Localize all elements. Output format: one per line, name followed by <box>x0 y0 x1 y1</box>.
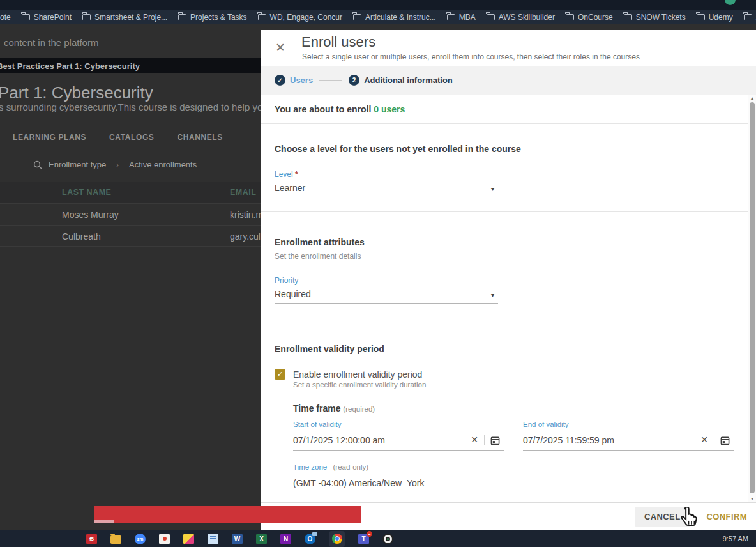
cancel-button[interactable]: CANCEL <box>635 507 690 527</box>
chrome-icon[interactable] <box>329 531 345 547</box>
calendar-icon[interactable] <box>490 436 500 445</box>
field-separator <box>714 435 714 445</box>
bookmark-item[interactable]: Projects & Tasks <box>178 13 246 22</box>
chevron-right-icon: › <box>112 161 123 169</box>
table-row[interactable]: Moses Murray kristin.m <box>0 203 261 225</box>
bookmark-item[interactable]: Smartsheet & Proje... <box>82 13 167 22</box>
folder-icon <box>353 14 361 20</box>
chevron-down-icon[interactable]: ▾ <box>491 291 494 298</box>
course-description: s surrounding cybersecurity.This course … <box>0 102 261 112</box>
level-section-heading: Choose a level for the users not yet enr… <box>275 144 521 154</box>
bookmark-item[interactable]: Zoom <box>744 13 756 22</box>
divider <box>261 325 748 325</box>
scrollbar[interactable]: ▲ ▼ <box>748 95 756 502</box>
modal-subtitle: Select a single user or multiple users, … <box>302 52 640 61</box>
cell-last-name: Culbreath <box>62 226 101 247</box>
file-explorer-icon[interactable] <box>110 535 121 544</box>
excel-icon[interactable]: X <box>256 534 267 544</box>
start-menu-icon[interactable] <box>62 534 73 544</box>
folder-icon <box>487 14 495 20</box>
level-select[interactable]: Level * Learner ▾ <box>275 170 498 197</box>
camtasia-icon[interactable] <box>382 534 393 544</box>
enroll-summary: You are about to enroll 0 users <box>275 104 405 114</box>
level-label: Level <box>275 170 293 179</box>
priority-select[interactable]: Priority Required ▾ <box>275 276 498 304</box>
folder-icon <box>566 14 574 20</box>
cell-email: kristin.m <box>230 204 261 226</box>
folder-icon <box>447 14 455 20</box>
step-1-label[interactable]: Users <box>290 75 313 85</box>
table-row[interactable]: Culbreath gary.culb <box>0 225 261 247</box>
enrollment-filter[interactable]: Enrollment type › Active enrollments <box>33 160 197 169</box>
filter-label: Enrollment type <box>49 160 106 169</box>
attributes-subheading: Set the enrollment details <box>275 252 361 261</box>
bookmark-item[interactable]: SNOW Tickets <box>624 13 686 22</box>
teams-icon[interactable]: T– <box>358 534 369 544</box>
snagit-icon[interactable] <box>183 534 194 544</box>
f5-app-icon[interactable]: f5 <box>86 534 97 544</box>
checkbox-label[interactable]: Enable enrollment validity period <box>293 369 422 380</box>
scrollbar-thumb[interactable] <box>750 102 755 493</box>
scroll-down-icon[interactable]: ▼ <box>748 497 756 501</box>
bookmark-item[interactable]: Articulate & Instruc... <box>353 13 436 22</box>
divider <box>261 123 748 124</box>
time-frame-label: Time frame (required) <box>293 403 375 413</box>
profile-avatar[interactable] <box>725 0 736 5</box>
bookmark-item[interactable]: WD, Engage, Concur <box>258 13 342 22</box>
step-1-check-icon[interactable]: ✓ <box>275 75 285 86</box>
bookmark-item[interactable]: OnCourse <box>566 13 613 22</box>
enroll-users-modal: ✕ Enroll users Select a single user or m… <box>261 30 756 530</box>
course-breadcrumb-bar: Best Practices Part 1: Cybersecurity <box>0 58 261 73</box>
enable-validity-checkbox[interactable]: ✓ <box>275 369 285 380</box>
field-separator <box>484 435 485 445</box>
end-of-validity-field[interactable]: End of validity 07/7/2025 11:59:59 pm ✕ <box>523 420 734 451</box>
stepper: ✓ Users 2 Additional information <box>261 66 756 95</box>
zoom-app-icon[interactable]: zm <box>135 534 146 544</box>
screen: ote SharePoint Smartsheet & Proje... Pro… <box>0 0 756 547</box>
scroll-up-icon[interactable]: ▲ <box>748 96 756 100</box>
tab-channels[interactable]: CHANNELS <box>177 133 222 142</box>
word-icon[interactable]: W <box>232 534 243 544</box>
step-connector <box>319 80 342 81</box>
onenote-icon[interactable]: N <box>280 534 291 544</box>
tab-catalogs[interactable]: CATALOGS <box>109 133 154 142</box>
time-frame-required-note: (required) <box>343 405 375 413</box>
clear-icon[interactable]: ✕ <box>700 435 708 445</box>
confirm-button[interactable]: CONFIRM <box>707 512 747 521</box>
tab-learning-plans[interactable]: LEARNING PLANS <box>13 133 86 142</box>
recording-progress-segment <box>94 520 114 523</box>
notepad-icon[interactable] <box>208 534 218 544</box>
priority-value: Required <box>275 288 498 303</box>
bookmark-item[interactable]: MBA <box>447 13 476 22</box>
outlook-icon[interactable]: O <box>305 534 315 544</box>
course-tabs: LEARNING PLANS CATALOGS CHANNELS <box>13 133 223 142</box>
bookmark-item[interactable]: SharePoint <box>22 13 72 22</box>
folder-icon <box>624 14 632 20</box>
checkbox-subtext: Set a specific enrollment validity durat… <box>293 381 426 389</box>
background-page: content in the platform Best Practices P… <box>0 24 261 530</box>
cell-last-name: Moses Murray <box>62 204 119 226</box>
bookmark-item[interactable]: ote <box>0 13 11 22</box>
folder-icon <box>22 14 30 20</box>
clock: 9:57 AM <box>723 530 748 547</box>
attributes-heading: Enrollment attributes <box>275 237 365 247</box>
col-header-email: EMAIL <box>230 182 256 203</box>
step-2-number[interactable]: 2 <box>349 75 359 86</box>
screen-recorder-icon[interactable] <box>159 534 170 544</box>
priority-label: Priority <box>275 276 298 285</box>
step-2-label[interactable]: Additional information <box>364 75 453 85</box>
chevron-down-icon[interactable]: ▾ <box>491 185 494 192</box>
bookmarks-bar: ote SharePoint Smartsheet & Proje... Pro… <box>0 10 756 24</box>
teams-badge: – <box>367 531 372 537</box>
col-header-last-name: LAST NAME <box>62 182 111 203</box>
required-asterisk: * <box>295 170 298 179</box>
bookmark-item[interactable]: Udemy <box>697 13 733 22</box>
folder-icon <box>697 14 705 20</box>
time-zone-label: Time zone <box>293 463 327 471</box>
bookmark-item[interactable]: AWS Skillbuilder <box>487 13 555 22</box>
start-of-validity-field[interactable]: Start of validity 07/1/2025 12:00:00 am … <box>293 420 504 451</box>
close-icon[interactable]: ✕ <box>275 40 285 55</box>
calendar-icon[interactable] <box>720 436 730 445</box>
folder-icon <box>258 14 266 20</box>
clear-icon[interactable]: ✕ <box>471 435 478 445</box>
